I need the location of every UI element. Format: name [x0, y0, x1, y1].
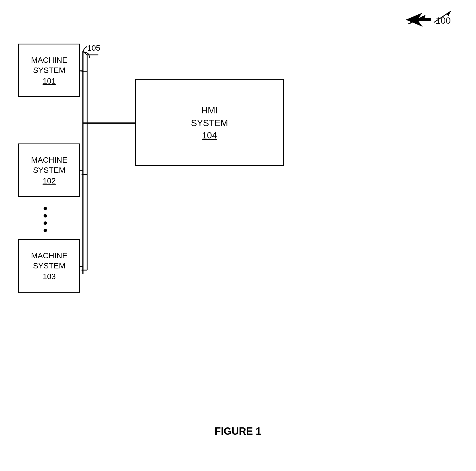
- machine-102-title: MACHINESYSTEM: [31, 155, 67, 176]
- arrow-100-svg: [428, 6, 462, 28]
- dot-2: [44, 214, 47, 217]
- diagram-container: 100 MACHINESYSTEM 101 MACHINESYSTEM 102 …: [0, 0, 476, 471]
- figure-label: FIGURE 1: [215, 425, 261, 437]
- machine-system-103-box: MACHINESYSTEM 103: [18, 239, 80, 293]
- machine-103-id: 103: [43, 272, 56, 281]
- dot-3: [44, 221, 47, 225]
- machine-system-102-box: MACHINESYSTEM 102: [18, 143, 80, 197]
- svg-marker-11: [406, 13, 431, 27]
- hmi-id: 104: [202, 130, 217, 141]
- machine-103-title: MACHINESYSTEM: [31, 251, 67, 271]
- svg-marker-15: [446, 11, 451, 16]
- ref-100-arrow: [406, 13, 431, 28]
- machine-101-id: 101: [43, 77, 56, 86]
- connector-arc: [79, 45, 96, 56]
- dot-4: [44, 229, 47, 232]
- machine-system-101-box: MACHINESYSTEM 101: [18, 44, 80, 97]
- machine-101-title: MACHINESYSTEM: [31, 55, 67, 76]
- hmi-title: HMISYSTEM: [191, 104, 228, 129]
- ellipsis-dots: [44, 207, 47, 232]
- hmi-system-box: HMISYSTEM 104: [135, 79, 284, 166]
- machine-102-id: 102: [43, 176, 56, 185]
- dot-1: [44, 207, 47, 210]
